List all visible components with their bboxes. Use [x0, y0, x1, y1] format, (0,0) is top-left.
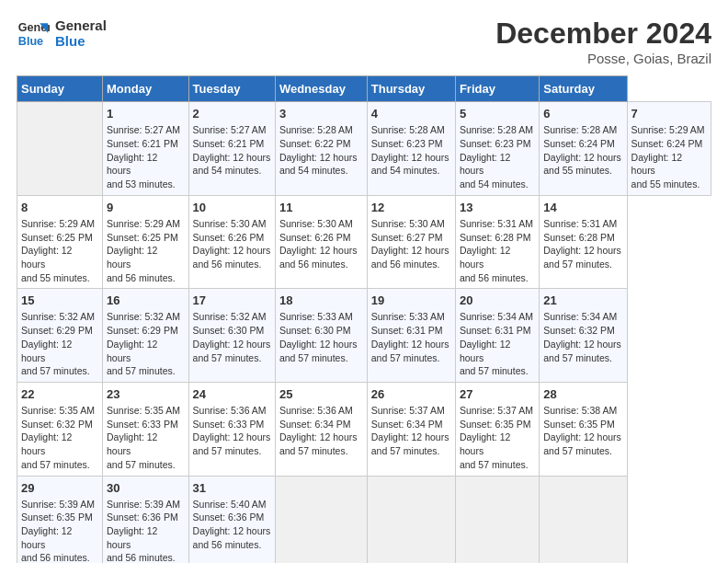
- day-number: 22: [21, 386, 98, 403]
- day-detail: Sunrise: 5:27 AMSunset: 6:21 PMDaylight:…: [193, 123, 271, 178]
- calendar-cell: 2Sunrise: 5:27 AMSunset: 6:21 PMDaylight…: [188, 102, 275, 196]
- day-number: 11: [279, 200, 363, 216]
- header-cell-monday: Monday: [103, 76, 189, 102]
- day-detail: Sunrise: 5:30 AMSunset: 6:26 PMDaylight:…: [193, 217, 271, 271]
- calendar-cell: 29Sunrise: 5:39 AMSunset: 6:35 PMDayligh…: [17, 476, 103, 563]
- day-number: 1: [107, 106, 185, 122]
- day-detail: Sunrise: 5:39 AMSunset: 6:35 PMDaylight:…: [21, 498, 98, 563]
- day-number: 25: [279, 386, 363, 403]
- header-row: SundayMondayTuesdayWednesdayThursdayFrid…: [17, 76, 711, 102]
- calendar-cell: 15Sunrise: 5:32 AMSunset: 6:29 PMDayligh…: [17, 289, 103, 383]
- logo-name: GeneralBlue: [55, 17, 107, 49]
- title-area: December 2024 Posse, Goias, Brazil: [495, 17, 711, 66]
- day-number: 28: [543, 386, 622, 403]
- header-cell-tuesday: Tuesday: [188, 76, 275, 102]
- location: Posse, Goias, Brazil: [495, 51, 711, 66]
- day-number: 8: [21, 200, 98, 216]
- day-detail: Sunrise: 5:33 AMSunset: 6:30 PMDaylight:…: [279, 310, 363, 364]
- day-number: 29: [21, 480, 98, 497]
- calendar-cell: 6Sunrise: 5:28 AMSunset: 6:24 PMDaylight…: [540, 102, 627, 196]
- calendar-cell: 16Sunrise: 5:32 AMSunset: 6:29 PMDayligh…: [103, 289, 189, 383]
- month-title: December 2024: [495, 17, 711, 51]
- day-detail: Sunrise: 5:32 AMSunset: 6:30 PMDaylight:…: [193, 310, 271, 364]
- calendar-table: SundayMondayTuesdayWednesdayThursdayFrid…: [17, 75, 711, 563]
- day-number: 24: [193, 386, 271, 403]
- calendar-cell: 3Sunrise: 5:28 AMSunset: 6:22 PMDaylight…: [275, 102, 367, 196]
- day-detail: Sunrise: 5:29 AMSunset: 6:24 PMDaylight:…: [631, 123, 707, 190]
- day-number: 21: [543, 293, 622, 309]
- calendar-cell: 22Sunrise: 5:35 AMSunset: 6:32 PMDayligh…: [17, 382, 103, 476]
- day-detail: Sunrise: 5:32 AMSunset: 6:29 PMDaylight:…: [107, 310, 185, 377]
- day-number: 9: [107, 200, 185, 216]
- calendar-cell: 19Sunrise: 5:33 AMSunset: 6:31 PMDayligh…: [367, 289, 455, 383]
- day-number: 13: [460, 200, 535, 216]
- calendar-cell: [455, 476, 539, 563]
- header-cell-thursday: Thursday: [367, 76, 455, 102]
- calendar-cell: 1Sunrise: 5:27 AMSunset: 6:21 PMDaylight…: [103, 102, 189, 196]
- day-detail: Sunrise: 5:29 AMSunset: 6:25 PMDaylight:…: [21, 217, 98, 284]
- calendar-cell: 28Sunrise: 5:38 AMSunset: 6:35 PMDayligh…: [540, 382, 627, 476]
- day-detail: Sunrise: 5:30 AMSunset: 6:27 PMDaylight:…: [371, 217, 451, 271]
- day-number: 5: [460, 106, 535, 122]
- day-detail: Sunrise: 5:38 AMSunset: 6:35 PMDaylight:…: [543, 404, 622, 458]
- calendar-cell: 25Sunrise: 5:36 AMSunset: 6:34 PMDayligh…: [275, 382, 367, 476]
- logo: General Blue GeneralBlue: [17, 17, 107, 50]
- day-number: 4: [371, 106, 451, 122]
- logo-icon: General Blue: [17, 17, 50, 50]
- calendar-cell: 24Sunrise: 5:36 AMSunset: 6:33 PMDayligh…: [188, 382, 275, 476]
- day-detail: Sunrise: 5:28 AMSunset: 6:23 PMDaylight:…: [460, 123, 535, 190]
- calendar-cell: 12Sunrise: 5:30 AMSunset: 6:27 PMDayligh…: [367, 195, 455, 289]
- header-cell-saturday: Saturday: [540, 76, 627, 102]
- day-number: 10: [193, 200, 271, 216]
- day-number: 3: [279, 106, 363, 122]
- day-detail: Sunrise: 5:30 AMSunset: 6:26 PMDaylight:…: [279, 217, 363, 271]
- day-number: 12: [371, 200, 451, 216]
- calendar-cell: 4Sunrise: 5:28 AMSunset: 6:23 PMDaylight…: [367, 102, 455, 196]
- day-number: 30: [107, 480, 185, 497]
- day-detail: Sunrise: 5:40 AMSunset: 6:36 PMDaylight:…: [193, 498, 271, 552]
- day-detail: Sunrise: 5:31 AMSunset: 6:28 PMDaylight:…: [543, 217, 622, 271]
- calendar-cell: 31Sunrise: 5:40 AMSunset: 6:36 PMDayligh…: [188, 476, 275, 563]
- calendar-cell: 26Sunrise: 5:37 AMSunset: 6:34 PMDayligh…: [367, 382, 455, 476]
- day-detail: Sunrise: 5:35 AMSunset: 6:33 PMDaylight:…: [107, 404, 185, 471]
- week-row-2: 8Sunrise: 5:29 AMSunset: 6:25 PMDaylight…: [17, 195, 711, 289]
- day-detail: Sunrise: 5:37 AMSunset: 6:35 PMDaylight:…: [460, 404, 535, 471]
- day-detail: Sunrise: 5:27 AMSunset: 6:21 PMDaylight:…: [107, 123, 185, 190]
- day-number: 16: [107, 293, 185, 309]
- day-detail: Sunrise: 5:35 AMSunset: 6:32 PMDaylight:…: [21, 404, 98, 471]
- calendar-cell: 20Sunrise: 5:34 AMSunset: 6:31 PMDayligh…: [455, 289, 539, 383]
- day-number: 20: [460, 293, 535, 309]
- day-number: 31: [193, 480, 271, 497]
- calendar-cell: 11Sunrise: 5:30 AMSunset: 6:26 PMDayligh…: [275, 195, 367, 289]
- day-detail: Sunrise: 5:29 AMSunset: 6:25 PMDaylight:…: [107, 217, 185, 284]
- calendar-cell: 13Sunrise: 5:31 AMSunset: 6:28 PMDayligh…: [455, 195, 539, 289]
- day-detail: Sunrise: 5:34 AMSunset: 6:31 PMDaylight:…: [460, 310, 535, 377]
- calendar-cell: [275, 476, 367, 563]
- week-row-1: 1Sunrise: 5:27 AMSunset: 6:21 PMDaylight…: [17, 102, 711, 196]
- calendar-cell: 9Sunrise: 5:29 AMSunset: 6:25 PMDaylight…: [103, 195, 189, 289]
- calendar-cell: 21Sunrise: 5:34 AMSunset: 6:32 PMDayligh…: [540, 289, 627, 383]
- day-number: 15: [21, 293, 98, 309]
- calendar-cell: 5Sunrise: 5:28 AMSunset: 6:23 PMDaylight…: [455, 102, 539, 196]
- calendar-cell: 17Sunrise: 5:32 AMSunset: 6:30 PMDayligh…: [188, 289, 275, 383]
- day-detail: Sunrise: 5:39 AMSunset: 6:36 PMDaylight:…: [107, 498, 185, 563]
- header-cell-friday: Friday: [455, 76, 539, 102]
- day-number: 18: [279, 293, 363, 309]
- day-number: 7: [631, 106, 707, 122]
- day-detail: Sunrise: 5:37 AMSunset: 6:34 PMDaylight:…: [371, 404, 451, 458]
- day-number: 19: [371, 293, 451, 309]
- day-detail: Sunrise: 5:33 AMSunset: 6:31 PMDaylight:…: [371, 310, 451, 364]
- day-detail: Sunrise: 5:28 AMSunset: 6:24 PMDaylight:…: [543, 123, 622, 178]
- calendar-cell: [17, 102, 103, 196]
- day-detail: Sunrise: 5:32 AMSunset: 6:29 PMDaylight:…: [21, 310, 98, 377]
- week-row-4: 22Sunrise: 5:35 AMSunset: 6:32 PMDayligh…: [17, 382, 711, 476]
- calendar-cell: 27Sunrise: 5:37 AMSunset: 6:35 PMDayligh…: [455, 382, 539, 476]
- calendar-cell: 14Sunrise: 5:31 AMSunset: 6:28 PMDayligh…: [540, 195, 627, 289]
- day-number: 6: [543, 106, 622, 122]
- day-number: 27: [460, 386, 535, 403]
- day-detail: Sunrise: 5:34 AMSunset: 6:32 PMDaylight:…: [543, 310, 622, 364]
- calendar-cell: 8Sunrise: 5:29 AMSunset: 6:25 PMDaylight…: [17, 195, 103, 289]
- day-detail: Sunrise: 5:31 AMSunset: 6:28 PMDaylight:…: [460, 217, 535, 284]
- day-number: 23: [107, 386, 185, 403]
- day-number: 2: [193, 106, 271, 122]
